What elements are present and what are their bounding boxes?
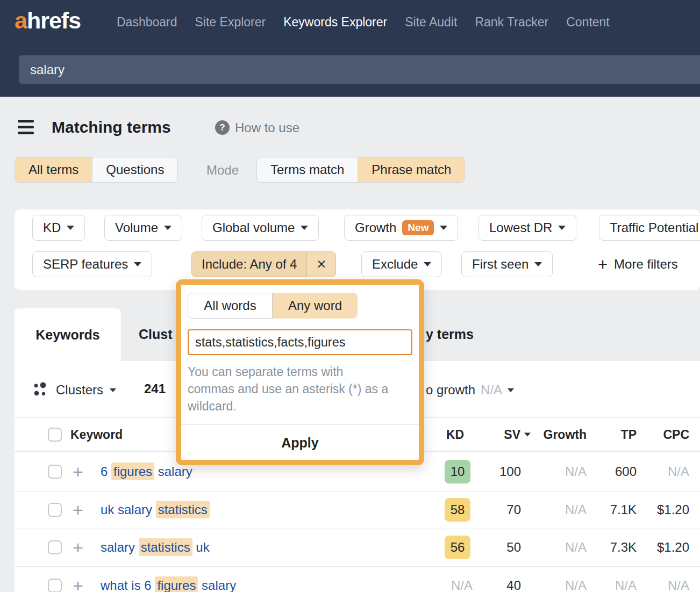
include-clear-icon[interactable]: ✕ [306,252,335,277]
logo-rest: hrefs [27,8,81,33]
filter-traffic-potential-button[interactable]: Traffic Potential [599,215,700,241]
apply-button[interactable]: Apply [181,425,419,460]
toggle-all-terms[interactable]: All terms [15,157,92,182]
logo-letter-a: a [15,8,27,33]
filter-volume-button[interactable]: Volume [104,215,182,241]
mode-label: Mode [206,163,239,178]
keyword-search-input[interactable] [19,55,700,84]
sv-value: 70 [473,502,521,517]
cpc-value: $1.20 [632,502,689,517]
hamburger-menu-icon[interactable] [18,120,34,134]
matched-term-highlight: figures [111,463,154,480]
chevron-down-icon [134,262,141,266]
select-all-checkbox[interactable] [48,428,62,442]
nav-item-site-audit[interactable]: Site Audit [405,15,457,30]
keyword-link[interactable]: uk salary statistics [101,502,210,517]
nav-item-keywords-explorer[interactable]: Keywords Explorer [283,15,387,30]
popup-divider [181,424,419,425]
table-row: +salary statistics uk5650N/A7.3K$1.20N [15,529,700,567]
clusters-dropdown[interactable]: Clusters [56,382,116,398]
tp-value: N/A [579,578,637,592]
hint-line-1: You can separate terms with [188,363,416,380]
row-checkbox[interactable] [48,503,62,517]
top-navbar: ahrefs DashboardSite ExplorerKeywords Ex… [0,0,700,97]
matched-term-highlight: statistics [139,538,192,556]
toggle-questions[interactable]: Questions [92,157,177,182]
tp-value: 7.1K [579,502,637,517]
ahrefs-logo[interactable]: ahrefs [15,8,81,34]
column-header-keyword[interactable]: Keyword [70,428,123,442]
toggle-phrase-match[interactable]: Phrase match [358,157,465,182]
chevron-down-icon [164,226,172,230]
filter-growth-button[interactable]: GrowthNew [344,215,458,241]
how-to-use-link[interactable]: How to use [235,120,299,135]
page-title: Matching terms [52,118,171,136]
filter-first-seen-button[interactable]: First seen [461,251,553,277]
chevron-down-icon [110,388,116,392]
add-to-list-button[interactable]: + [73,463,83,481]
include-terms-input[interactable] [188,329,412,355]
tab-clusters-parent-fragment[interactable]: Clust [139,327,173,342]
filter-serp-features-button[interactable]: SERP features [32,251,152,277]
keyword-link[interactable]: 6 figures salary [101,464,192,479]
row-checkbox[interactable] [48,540,62,554]
matched-term-highlight: figures [155,576,198,592]
nav-item-rank-tracker[interactable]: Rank Tracker [475,15,548,30]
sv-value: 40 [473,578,521,592]
chevron-down-icon [558,226,566,230]
kd-value: N/A [439,578,473,592]
cpc-value: N/A [632,464,689,479]
add-to-list-button[interactable]: + [73,501,83,519]
growth-timeframe-dropdown[interactable]: o growth N/A [426,382,514,398]
chevron-down-icon [424,262,431,266]
column-header-growth[interactable]: Growth [526,428,587,442]
growth-fragment-label: o growth [426,382,475,398]
growth-value: N/A [526,464,587,479]
nav-item-dashboard[interactable]: Dashboard [117,15,177,30]
filters-card: KD Volume Global volume GrowthNew Lowest… [15,210,700,290]
tab-clusters-terms-fragment[interactable]: y terms [426,327,474,342]
keyword-link[interactable]: what is 6 figures salary [101,578,236,592]
mode-toggle: Terms match Phrase match [256,157,465,183]
toggle-any-word[interactable]: Any word [273,293,358,319]
growth-value: N/A [526,540,587,555]
sv-value: 100 [473,464,521,479]
growth-value: N/A [481,382,502,398]
filter-global-volume-button[interactable]: Global volume [202,215,319,241]
tp-value: 600 [579,464,637,479]
kd-badge: 10 [445,460,470,483]
filter-kd-button[interactable]: KD [32,215,85,241]
growth-value: N/A [526,578,587,592]
hint-line-2: commas and use an asterisk (*) as a [188,380,416,398]
include-filter-label[interactable]: Include: Any of 4 [192,252,306,277]
column-header-cpc[interactable]: CPC [632,428,689,442]
row-checkbox[interactable] [48,465,62,479]
add-to-list-button[interactable]: + [73,538,83,557]
keyword-link[interactable]: salary statistics uk [101,540,210,555]
matched-term-highlight: statistics [156,501,210,518]
add-to-list-button[interactable]: + [73,576,83,592]
include-hint-text: You can separate terms with commas and u… [188,363,416,415]
help-question-icon[interactable]: ? [215,120,230,135]
column-header-sv[interactable]: SV [470,428,531,442]
nav-item-site-explorer[interactable]: Site Explorer [195,15,266,30]
row-checkbox[interactable] [48,579,62,592]
nav-item-content[interactable]: Content [566,15,610,30]
column-header-kd[interactable]: KD [446,428,464,442]
include-filter-popup: All words Any word You can separate term… [176,279,424,465]
primary-nav: DashboardSite ExplorerKeywords ExplorerS… [117,15,610,30]
toggle-terms-match[interactable]: Terms match [257,157,358,182]
new-badge: New [402,220,434,235]
keywords-explorer-page: ahrefs DashboardSite ExplorerKeywords Ex… [0,0,700,592]
filter-exclude-button[interactable]: Exclude [361,251,442,277]
clusters-icon [32,381,49,398]
column-header-tp[interactable]: TP [579,428,637,442]
table-body: +6 figures salary10100N/A600N/AN+uk sala… [15,453,700,592]
more-filters-button[interactable]: +More filters [598,251,678,277]
tab-keywords[interactable]: Keywords [15,308,121,362]
toggle-all-words[interactable]: All words [188,293,273,319]
cpc-value: N/A [632,578,689,592]
plus-icon: + [598,256,608,273]
kd-badge: 56 [445,536,470,559]
filter-lowest-dr-button[interactable]: Lowest DR [478,215,576,241]
